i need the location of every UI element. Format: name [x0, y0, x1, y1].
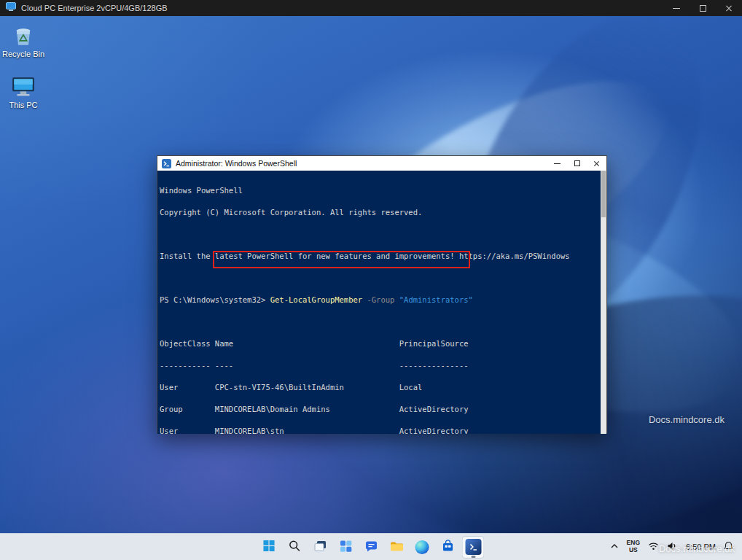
- powershell-window-controls: [547, 156, 606, 171]
- volume-icon[interactable]: [667, 540, 678, 553]
- powershell-body: Windows PowerShell Copyright (C) Microso…: [157, 171, 606, 434]
- language-indicator[interactable]: ENG US: [627, 540, 640, 554]
- watermark: Docs.mindcore.dk: [649, 414, 725, 425]
- console-line: Windows PowerShell: [160, 187, 601, 194]
- console-output[interactable]: Windows PowerShell Copyright (C) Microso…: [157, 171, 601, 434]
- powershell-taskbar-icon: [465, 539, 481, 555]
- console-line-blank: [160, 274, 601, 281]
- tray-chevron-up-icon[interactable]: [610, 540, 619, 553]
- powershell-window: Administrator: Windows PowerShell Window…: [157, 155, 607, 433]
- network-icon[interactable]: [648, 540, 659, 553]
- powershell-minimize-button[interactable]: [547, 156, 567, 171]
- console-line-blank: [160, 230, 601, 238]
- console-line-update-notice: Install the latest PowerShell for new fe…: [160, 252, 601, 260]
- remote-close-button[interactable]: [716, 0, 742, 16]
- table-header: ObjectClass Name PrincipalSource: [160, 340, 601, 347]
- edge-browser-button[interactable]: [411, 536, 434, 559]
- windows-start-icon: [263, 540, 276, 554]
- remote-window-controls: [663, 0, 742, 16]
- desktop[interactable]: Recycle Bin This PC Docs.mindcore.dk: [0, 16, 742, 533]
- remote-maximize-button[interactable]: [690, 0, 716, 16]
- powershell-maximize-button[interactable]: [567, 156, 587, 171]
- desktop-icon-label: Recycle Bin: [0, 50, 47, 58]
- console-line-blank: [160, 318, 601, 325]
- edge-icon: [415, 540, 429, 554]
- desktop-icon-this-pc[interactable]: This PC: [0, 74, 47, 109]
- task-view-icon: [313, 540, 327, 555]
- close-icon: [593, 160, 600, 167]
- widgets-button[interactable]: [335, 536, 357, 559]
- powershell-icon: [162, 159, 171, 168]
- desktop-icon-recycle-bin[interactable]: Recycle Bin: [0, 23, 47, 58]
- console-command-line: PS C:\Windows\system32> Get-LocalGroupMe…: [160, 296, 601, 303]
- remote-window-title: Cloud PC Enterprise 2vCPU/4GB/128GB: [21, 4, 168, 12]
- taskbar-center-icons: [258, 534, 485, 560]
- language-region: US: [627, 547, 640, 554]
- desktop-icon-label: This PC: [0, 101, 47, 109]
- command-cmdlet: Get-LocalGroupMember: [270, 295, 362, 304]
- table-row: User CPC-stn-VI75-46\BuiltInAdmin Local: [160, 384, 601, 391]
- notification-bell-icon[interactable]: [724, 540, 733, 553]
- remote-window-title-group: Cloud PC Enterprise 2vCPU/4GB/128GB: [0, 1, 168, 15]
- search-icon: [289, 540, 301, 554]
- maximize-icon: [574, 160, 580, 166]
- minimize-icon: [554, 163, 561, 164]
- powershell-window-title: Administrator: Windows PowerShell: [176, 159, 547, 168]
- console-line: Copyright (C) Microsoft Corporation. All…: [160, 209, 601, 216]
- close-icon: [725, 4, 733, 12]
- running-app-indicator: [471, 556, 475, 558]
- table-separator: ----------- ---- ---------------: [160, 362, 601, 369]
- taskbar: ENG US 6:50 PM: [0, 533, 742, 560]
- command-parameter: -Group: [362, 295, 394, 304]
- clock-time: 6:50 PM: [686, 542, 716, 551]
- remote-window-titlebar[interactable]: Cloud PC Enterprise 2vCPU/4GB/128GB: [0, 0, 742, 16]
- remote-minimize-button[interactable]: [663, 0, 690, 16]
- scrollbar-thumb[interactable]: [601, 171, 606, 217]
- prompt-text: PS C:\Windows\system32>: [160, 295, 270, 304]
- table-row: User MINDCORELAB\stn ActiveDirectory: [160, 427, 601, 434]
- file-explorer-button[interactable]: [386, 536, 408, 559]
- taskbar-clock[interactable]: 6:50 PM: [686, 542, 716, 551]
- task-view-button[interactable]: [309, 536, 332, 559]
- chat-button[interactable]: [360, 536, 383, 559]
- search-button[interactable]: [284, 536, 306, 559]
- remote-desktop-session: Cloud PC Enterprise 2vCPU/4GB/128GB Recy…: [0, 0, 742, 560]
- cloud-pc-icon: [6, 1, 16, 15]
- console-scrollbar[interactable]: [601, 171, 606, 434]
- system-tray: ENG US 6:50 PM: [610, 534, 739, 560]
- file-explorer-icon: [389, 540, 404, 555]
- microsoft-store-button[interactable]: [437, 536, 459, 559]
- minimize-icon: [673, 8, 680, 9]
- chat-icon: [364, 540, 378, 555]
- powershell-close-button[interactable]: [587, 156, 606, 171]
- table-row: Group MINDCORELAB\Domain Admins ActiveDi…: [160, 405, 601, 413]
- command-argument: "Administrators": [394, 295, 472, 304]
- recycle-bin-icon: [0, 23, 47, 48]
- maximize-icon: [700, 5, 706, 12]
- powershell-titlebar[interactable]: Administrator: Windows PowerShell: [157, 156, 606, 171]
- powershell-taskbar-button[interactable]: [462, 536, 485, 559]
- this-pc-icon: [0, 74, 47, 99]
- microsoft-store-icon: [441, 540, 454, 555]
- start-button[interactable]: [258, 536, 281, 559]
- widgets-icon: [339, 540, 352, 555]
